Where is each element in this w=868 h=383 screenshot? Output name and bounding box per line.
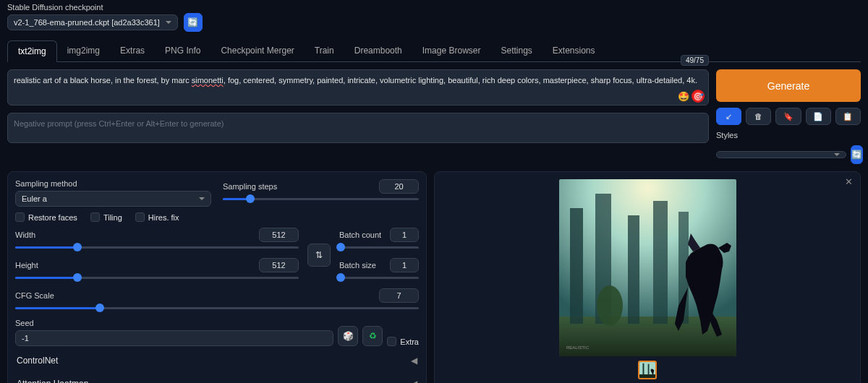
dice-icon: 🎲: [343, 331, 354, 341]
main-tabs: txt2img img2img Extras PNG Info Checkpoi…: [7, 40, 861, 62]
seed-label: Seed: [15, 319, 333, 327]
extra-seed-checkbox[interactable]: Extra: [387, 337, 419, 346]
tab-img2img[interactable]: img2img: [57, 40, 110, 61]
recycle-icon: ♻: [369, 331, 377, 341]
checkpoint-dropdown[interactable]: v2-1_768-ema-pruned.ckpt [ad2a33c361]: [7, 14, 178, 30]
width-label: Width: [15, 231, 35, 239]
controlnet-accordion[interactable]: ControlNet ◀: [15, 352, 419, 369]
svg-rect-11: [642, 363, 644, 375]
paste-button-2[interactable]: 📋: [835, 108, 861, 125]
width-input[interactable]: [259, 228, 299, 242]
svg-text:REALISTIC: REALISTIC: [566, 345, 590, 350]
trash-button[interactable]: 🗑: [746, 108, 771, 125]
refresh-icon: 🔄: [187, 17, 198, 27]
styles-label: Styles: [716, 131, 861, 139]
tab-checkpoint-merger[interactable]: Checkpoint Merger: [210, 40, 304, 61]
output-thumbnail[interactable]: [638, 361, 657, 379]
chevron-left-icon: ◀: [411, 356, 417, 366]
close-output-button[interactable]: ✕: [845, 176, 853, 187]
sampling-steps-input[interactable]: [379, 179, 419, 194]
svg-point-7: [597, 285, 623, 326]
tab-dreambooth[interactable]: Dreambooth: [344, 40, 412, 61]
refresh-checkpoint-button[interactable]: 🔄: [184, 13, 203, 32]
width-slider[interactable]: [15, 242, 299, 252]
seed-input[interactable]: [15, 330, 333, 346]
sampling-method-dropdown[interactable]: Euler a: [15, 191, 211, 207]
styles-refresh-button[interactable]: 🔄: [851, 145, 863, 164]
tab-pnginfo[interactable]: PNG Info: [155, 40, 210, 61]
styles-dropdown[interactable]: [716, 151, 846, 158]
sampling-steps-slider[interactable]: [223, 194, 419, 204]
negative-prompt-input[interactable]: [7, 113, 709, 143]
arrow-button[interactable]: ↙: [716, 108, 741, 125]
svg-rect-2: [570, 208, 583, 324]
svg-rect-5: [653, 201, 668, 324]
emoji-smile-icon[interactable]: 🤩: [677, 90, 690, 103]
batch-count-slider[interactable]: [339, 242, 419, 252]
tag-button[interactable]: 🔖: [775, 108, 801, 125]
tab-image-browser[interactable]: Image Browser: [412, 40, 491, 61]
height-slider[interactable]: [15, 272, 299, 283]
output-image[interactable]: REALISTIC: [559, 179, 736, 356]
restore-faces-checkbox[interactable]: Restore faces: [15, 212, 77, 222]
hires-fix-checkbox[interactable]: Hires. fix: [135, 212, 179, 222]
tab-extras[interactable]: Extras: [110, 40, 155, 61]
cfg-label: CFG Scale: [15, 291, 54, 300]
sampling-method-label: Sampling method: [15, 179, 211, 188]
height-label: Height: [15, 261, 38, 270]
sampling-steps-label: Sampling steps: [223, 182, 277, 191]
tab-settings[interactable]: Settings: [490, 40, 542, 61]
paste-button[interactable]: 📄: [806, 108, 831, 125]
batch-count-label: Batch count: [339, 231, 381, 239]
reuse-seed-button[interactable]: ♻: [362, 326, 383, 346]
generate-button[interactable]: Generate: [716, 69, 861, 102]
tiling-checkbox[interactable]: Tiling: [90, 212, 122, 222]
swap-icon: ⇅: [315, 250, 323, 260]
batch-size-slider[interactable]: [339, 272, 419, 283]
tab-txt2img[interactable]: txt2img: [7, 40, 57, 62]
tab-extensions[interactable]: Extensions: [542, 40, 605, 61]
swap-dimensions-button[interactable]: ⇅: [307, 244, 331, 267]
cfg-slider[interactable]: [15, 303, 419, 313]
chevron-left-icon: ◀: [411, 379, 417, 383]
batch-count-input[interactable]: [390, 228, 419, 242]
batch-size-input[interactable]: [390, 258, 419, 272]
cfg-input[interactable]: [379, 288, 419, 303]
checkpoint-label: Stable Diffusion checkpoint: [7, 3, 203, 12]
random-seed-button[interactable]: 🎲: [338, 326, 358, 346]
tab-train[interactable]: Train: [305, 40, 344, 61]
batch-size-label: Batch size: [339, 261, 376, 270]
attention-heatmap-accordion[interactable]: Attention Heatmap ◀: [15, 375, 419, 383]
emoji-badge-icon[interactable]: 🎯: [692, 90, 705, 103]
svg-rect-4: [628, 215, 639, 324]
token-counter: 49/75: [681, 55, 709, 66]
svg-rect-12: [648, 364, 650, 375]
prompt-input[interactable]: realistic art of a black horse, in the f…: [7, 69, 709, 106]
refresh-icon: 🔄: [851, 150, 862, 160]
height-input[interactable]: [259, 258, 299, 272]
